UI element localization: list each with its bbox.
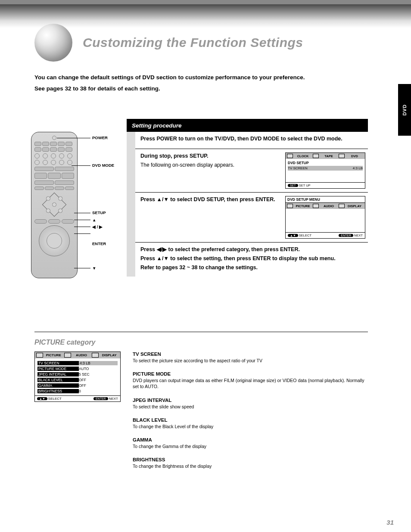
osd-row: JPEG INTERVAL5 SEC <box>37 371 118 377</box>
desc-tv-screen: TV SCREEN To select the picture size acc… <box>128 352 368 364</box>
page-number: 31 <box>386 519 394 526</box>
dvd-icon <box>339 154 345 158</box>
step-4: 4 Press ◀/▶ to select the preferred cate… <box>127 243 368 277</box>
tape-icon <box>313 154 319 158</box>
intro-p2: See pages 32 to 38 for details of each s… <box>34 84 366 93</box>
desc-brightness: BRIGHTNESS To change the Brightness of t… <box>128 457 368 469</box>
remote-right <box>57 208 63 214</box>
display-icon <box>92 353 99 358</box>
remote-down <box>45 208 51 214</box>
section-divider <box>34 332 368 332</box>
osd-row: BRIGHTNESS0 <box>37 388 118 394</box>
picture-osd: PICTURE AUDIO DISPLAY TV SCREEN4:3 LB PI… <box>34 352 121 402</box>
label-power: POWER <box>92 135 108 140</box>
label-enter: ENTER <box>92 241 106 246</box>
side-tab: DVD <box>398 84 411 136</box>
label-setup: SETUP <box>92 210 106 215</box>
desc-black-level: BLACK LEVEL To change the Black Level of… <box>128 417 368 429</box>
step-2: 2 During stop, press SETUP. The followin… <box>127 149 368 193</box>
osd-row: TV SCREEN4:3 LB <box>37 360 118 366</box>
title-row: Customizing the Function Settings <box>34 24 303 62</box>
remote-jog <box>39 225 70 256</box>
section-bar: Setting procedure <box>127 119 368 132</box>
picture-icon <box>287 204 293 208</box>
remote-illustration: POWER DVD MODE SETUP ▲ ◀ / ▶ ENTER ▼ <box>31 132 91 278</box>
step3-osd: DVD SETUP MENU PICTURE AUDIO DISPLAY ▲▼S… <box>285 196 365 239</box>
label-up: ▲ <box>92 218 96 222</box>
lower-section: PICTURE AUDIO DISPLAY TV SCREEN4:3 LB PI… <box>34 352 368 477</box>
osd-row: PICTURE MODEAUTO <box>37 366 118 371</box>
page-title: Customizing the Function Settings <box>83 35 303 50</box>
label-dvd-mode: DVD MODE <box>92 163 114 168</box>
clock-icon <box>287 154 293 158</box>
remote-power-led <box>52 136 56 140</box>
step-3: 3 Press ▲/▼ to select DVD SETUP, then pr… <box>127 193 368 243</box>
descriptions: TV SCREEN To select the picture size acc… <box>128 352 368 477</box>
display-icon <box>339 204 345 208</box>
step2-osd: CLOCK TAPE DVD DVD SETUP TV SCREEN4:3 LB… <box>285 152 365 189</box>
steps-column: 1 Press POWER to turn on the TV/DVD, the… <box>127 132 368 277</box>
remote-up <box>57 196 63 202</box>
remote-enter <box>51 202 57 208</box>
osd-row: BLACK LEVELOFF <box>37 377 118 383</box>
desc-gamma: GAMMA To change the Gamma of the display <box>128 437 368 449</box>
intro-p1: You can change the default settings of D… <box>34 73 366 82</box>
label-lr: ◀ / ▶ <box>92 224 103 229</box>
step-strip <box>127 132 135 277</box>
lower-title: PICTURE category <box>34 339 95 346</box>
desc-jpeg-interval: JPEG INTERVAL To select the slide show s… <box>128 398 368 410</box>
desc-picture-mode: PICTURE MODE DVD players can output imag… <box>128 371 368 389</box>
sphere-icon <box>34 24 72 62</box>
picture-icon <box>36 353 43 358</box>
step-1: 1 Press POWER to turn on the TV/DVD, the… <box>127 132 368 149</box>
remote-dpad <box>34 192 74 218</box>
remote-body <box>31 132 78 278</box>
audio-icon <box>313 204 319 208</box>
label-down: ▼ <box>92 266 96 271</box>
osd-row: GAMMAOFF <box>37 383 118 388</box>
remote-left <box>45 196 51 202</box>
audio-icon <box>64 353 71 358</box>
intro-block: You can change the default settings of D… <box>34 73 366 93</box>
page-top-bar <box>0 0 411 4</box>
